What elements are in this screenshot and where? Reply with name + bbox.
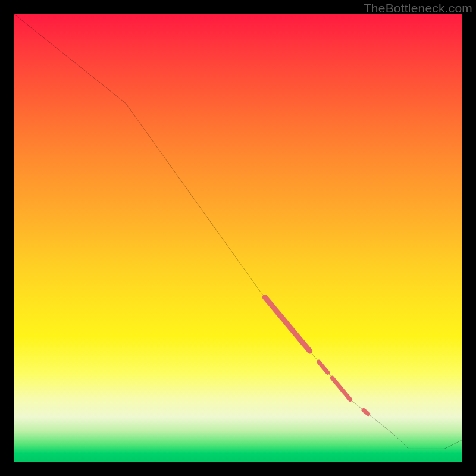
curve-highlights bbox=[265, 298, 368, 414]
watermark-text: TheBottleneck.com bbox=[364, 1, 472, 15]
curve-line bbox=[14, 14, 462, 449]
bottleneck-curve bbox=[14, 14, 462, 449]
curve-layer bbox=[14, 14, 462, 462]
highlight-segment bbox=[265, 298, 309, 351]
highlight-segment bbox=[319, 362, 328, 372]
highlight-segment bbox=[332, 378, 350, 399]
chart-frame: TheBottleneck.com bbox=[0, 0, 476, 476]
highlight-segment bbox=[364, 411, 368, 414]
